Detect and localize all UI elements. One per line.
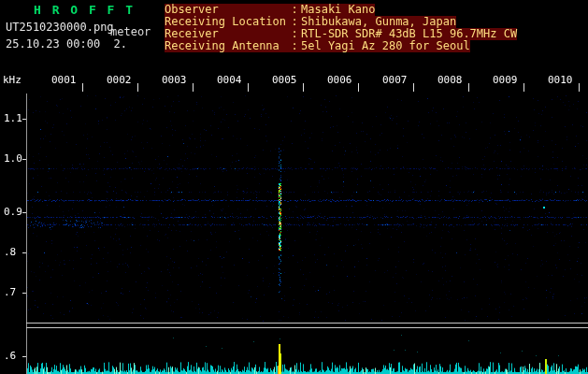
freq-tick-label: 1.0 [4, 153, 22, 165]
time-tick-label: 0001 [51, 75, 77, 86]
time-tick-label: 0006 [327, 75, 352, 86]
time-tick-mark [523, 83, 524, 92]
datetime-label: 25.10.23 00:00 2. [6, 37, 127, 50]
freq-tick-mark [22, 212, 26, 213]
freq-tick-label: .7 [4, 287, 16, 298]
freq-tick-label: 1.1 [4, 113, 22, 124]
time-tick-mark [137, 83, 138, 92]
time-tick-mark [413, 83, 414, 92]
observation-info: Observer:Masaki Kano Receiving Location:… [165, 4, 517, 52]
freq-tick-mark [22, 356, 26, 357]
freq-tick-mark [22, 252, 26, 253]
freq-tick-label: .8 [4, 247, 16, 258]
time-tick-mark [82, 83, 83, 92]
info-row-antenna: Receiving Antenna:5el Yagi Az 280 for Se… [165, 40, 517, 52]
time-tick-mark [468, 83, 469, 92]
hrofft-screen: H R O F F T UT2510230000.png meteor 25.1… [0, 0, 588, 374]
info-label: Receiving Antenna [165, 40, 288, 52]
time-tick-mark [193, 83, 194, 92]
time-tick-label: 0007 [382, 75, 408, 86]
y-axis-unit-label: kHz [3, 74, 22, 86]
time-tick-label: 0004 [217, 75, 242, 86]
time-tick-mark [303, 83, 304, 92]
time-tick-mark [358, 83, 359, 92]
freq-tick-mark [22, 293, 26, 294]
spectrogram-canvas [0, 0, 588, 374]
time-tick-label: 0010 [548, 75, 573, 86]
info-value: 5el Yagi Az 280 for Seoul [301, 40, 470, 52]
output-filename: UT2510230000.png [6, 21, 114, 34]
time-tick-label: 0008 [437, 75, 463, 86]
freq-tick-mark [22, 119, 26, 120]
time-tick-label: 0003 [162, 75, 187, 86]
freq-tick-label: 0.9 [4, 207, 22, 218]
time-tick-label: 0005 [272, 75, 297, 86]
freq-tick-mark [22, 159, 26, 160]
app-title: H R O F F T [34, 3, 135, 17]
mode-label: meteor [110, 25, 151, 38]
freq-tick-label: .6 [4, 351, 16, 362]
time-tick-label: 0002 [107, 75, 132, 86]
time-tick-mark [248, 83, 249, 92]
time-tick-label: 0009 [493, 75, 518, 86]
info-separator: : [288, 40, 301, 52]
time-tick-mark [579, 83, 580, 92]
